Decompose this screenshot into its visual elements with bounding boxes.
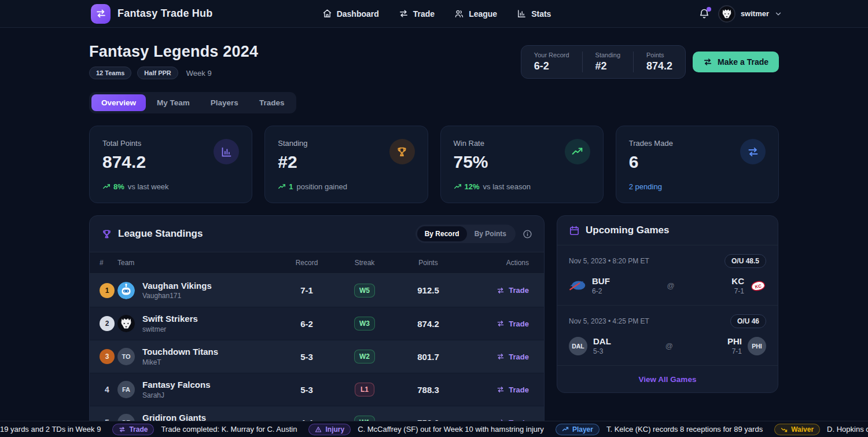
toggle-by-points[interactable]: By Points [467,226,514,241]
scoring-format-badge: Half PPR [137,67,178,79]
away-team-abbr: BUF [592,276,610,286]
trending-up-icon [562,426,569,433]
ticker-text: C. McCaffrey (SF) out for Week 10 with h… [358,425,544,434]
ticker-item: Trade Trade completed: K. Murray for C. … [112,424,297,435]
col-streak: Streak [336,259,393,267]
pending-trades-link[interactable]: 2 pending [629,182,662,191]
badge-label: Trade [129,425,148,434]
make-a-trade-button[interactable]: Make a Trade [693,52,779,72]
home-team-record: 7-1 [731,287,744,295]
page-title: Fantasy Legends 2024 [89,43,258,61]
tab-overview[interactable]: Overview [91,94,146,111]
trade-action-button[interactable]: Trade [496,286,529,295]
info-icon[interactable] [523,229,532,239]
view-all-games-link[interactable]: View All Games [639,375,697,384]
nav-user-area: switmer [551,5,858,23]
chiefs-logo: KC [750,280,766,292]
swap-icon [496,385,505,394]
tab-players[interactable]: Players [201,94,248,111]
points-cell: 912.5 [393,285,463,295]
trophy-icon [101,229,112,240]
table-row[interactable]: 1 Vaughan Vikings Vaughan171 7-1 W5 912.… [90,274,544,307]
nav-item-league[interactable]: League [454,9,497,19]
toggle-by-record[interactable]: By Record [417,226,467,241]
swap-icon [703,57,712,67]
notification-dot [707,7,711,12]
nav-label: Stats [531,9,551,19]
stat-label: Win Rate [454,139,488,148]
nav-item-dashboard[interactable]: Dashboard [322,9,379,19]
trade-action-button[interactable]: Trade [496,320,529,328]
user-menu[interactable]: switmer [718,5,782,23]
view-tabs: Overview My Team Players Trades [89,92,296,113]
nav-label: Dashboard [337,9,379,19]
col-rank: # [90,259,117,267]
col-actions: Actions [463,259,544,267]
streak-badge: W5 [354,284,375,298]
notifications-button[interactable] [698,8,710,20]
game-card[interactable]: Nov 5, 2023 • 8:20 PM ET O/U 48.5 BUF 6-… [557,245,778,305]
streak-badge: L1 [355,383,374,396]
game-card[interactable]: Nov 5, 2023 • 4:25 PM ET O/U 46 DAL DAL … [557,305,778,365]
trend-caption: vs last season [483,182,531,191]
team-owner: MikeT [142,358,218,366]
summary-value-standing: #2 [595,60,620,72]
team-initials-avatar: FA [117,381,135,398]
rank-badge: 1 [100,283,115,298]
summary-label: Your Record [534,52,569,58]
rank-badge: 4 [100,382,115,397]
news-ticker[interactable]: 19 yards and 2 TDs in Week 9 Trade Trade… [0,421,868,437]
wolf-mascot-logo [117,315,135,332]
trade-label: Trade [509,286,529,295]
team-owner: Vaughan171 [142,292,212,300]
badge-label: Waiver [791,425,814,434]
ticker-text: T. Kelce (KC) records 8 receptions for 8… [606,425,763,434]
home-team-abbr: KC [731,276,744,286]
table-row[interactable]: 3 TO Touchdown Titans MikeT 5-3 W2 801.7… [90,340,544,373]
injury-badge: Injury [308,424,351,435]
away-team-abbr: DAL [593,336,611,346]
app-logo[interactable] [91,4,111,24]
page-header: Fantasy Legends 2024 12 Teams Half PPR W… [89,43,779,79]
trade-action-button[interactable]: Trade [496,352,529,361]
team-name: Swift Strikers [142,314,198,325]
upcoming-games-panel: Upcoming Games Nov 5, 2023 • 8:20 PM ET … [557,215,778,393]
tab-trades[interactable]: Trades [249,94,295,111]
home-icon [322,9,332,19]
points-cell: 874.2 [393,319,463,329]
stat-card-win-rate: Win Rate 75% 12% vs last season [440,126,604,203]
trending-up-icon [102,183,111,191]
swap-icon [399,9,409,19]
tab-my-team[interactable]: My Team [147,94,200,111]
streak-badge: W3 [354,317,375,330]
record-cell: 5-3 [278,352,336,362]
trending-down-icon [781,426,788,433]
game-datetime: Nov 5, 2023 • 8:20 PM ET [569,257,649,265]
table-row[interactable]: 2 Swift Strikers switmer 6-2 W3 874.2 [90,307,544,340]
warning-triangle-icon [315,426,322,433]
summary-label: Standing [595,52,620,58]
rank-badge: 2 [100,316,115,331]
col-record: Record [278,259,336,267]
panel-title: League Standings [118,228,203,240]
nav-item-stats[interactable]: Stats [517,9,551,19]
swap-icon [119,426,126,433]
table-row[interactable]: 4 FA Fantasy Falcons SarahJ 5-3 L1 788.3… [90,373,544,406]
record-cell: 6-2 [278,319,336,329]
chevron-down-icon [774,10,782,18]
team-name: Vaughan Vikings [142,281,212,292]
stat-value: 874.2 [102,152,146,172]
record-cell: 7-1 [278,285,336,295]
col-team: Team [117,259,278,267]
stat-cards: Total Points 874.2 8% vs last week Stand… [89,126,779,203]
trade-action-button[interactable]: Trade [496,385,529,394]
stat-label: Standing [278,139,307,148]
waiver-badge: Waiver [774,424,820,435]
swap-icon [496,287,505,295]
nav-item-trade[interactable]: Trade [399,9,435,19]
over-under-badge: O/U 46 [730,314,766,328]
ticker-text: 19 yards and 2 TDs in Week 9 [0,425,101,434]
points-cell: 788.3 [393,385,463,395]
trade-label: Trade [509,320,529,328]
swap-icon [496,352,505,361]
